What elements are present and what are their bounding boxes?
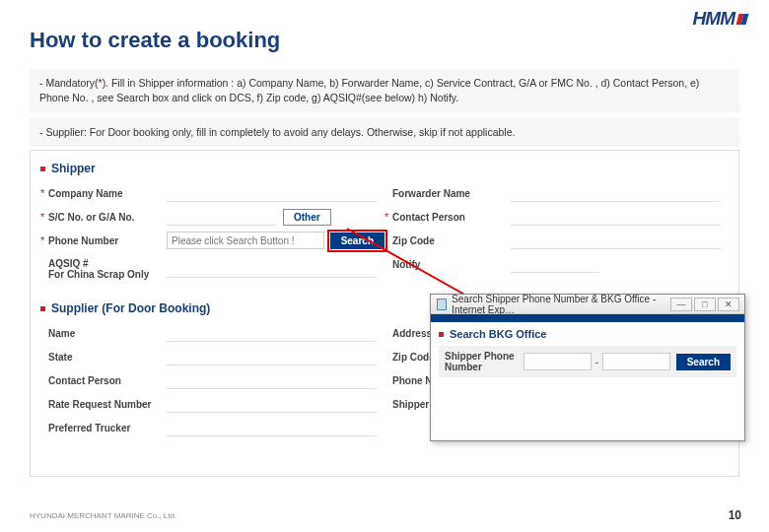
contactp-label: Contact Person [48,375,167,386]
required-icon: * [40,234,48,246]
phone-input[interactable] [167,232,324,249]
logo-text: HMM [693,8,734,30]
search-button[interactable]: Search [330,233,384,249]
minimize-icon[interactable]: — [670,298,692,311]
contactp-input[interactable] [167,371,377,389]
aqsiq-input[interactable] [167,260,377,278]
popup-phone-input-2[interactable] [602,353,670,370]
phone-label: Phone Number [48,235,167,246]
rate-input[interactable] [167,395,377,413]
state-input[interactable] [167,348,377,366]
sc-input[interactable] [167,208,275,226]
note-supplier: - Supplier: For Door booking only, fill … [30,118,739,147]
popup-title: Search Shipper Phone Number & BKG Office… [452,294,670,315]
other-button[interactable]: Other [283,209,331,226]
footer-company: HYUNDAI MERCHANT MARINE Co., Ltd. [30,511,176,520]
sc-label: S/C No. or G/A No. [48,212,167,223]
popup-section-head: Search BKG Office [439,328,736,340]
zip-label: Zip Code [392,235,511,246]
ie-icon [437,299,447,310]
popup-band [431,314,744,322]
popup-phone-label: Shipper Phone Number [445,351,524,372]
popup-titlebar: Search Shipper Phone Number & BKG Office… [431,295,744,314]
close-icon[interactable]: ✕ [718,298,739,311]
rate-label: Rate Request Number [48,399,167,410]
popup-phone-input-1[interactable] [524,353,592,370]
company-input[interactable] [167,184,377,202]
notify-label: Notify [392,259,511,270]
contact-input[interactable] [511,208,721,226]
company-label: Company Name [48,188,167,199]
notify-input[interactable] [511,255,599,273]
state-label: State [48,352,167,363]
section-bullet-icon [439,332,444,337]
aqsiq-label: AQSIQ # For China Scrap Only [48,258,167,280]
truck-input[interactable] [167,419,377,436]
shipper-section-head: Shipper [40,162,729,175]
brand-logo: HMM [693,8,747,30]
search-popup: Search Shipper Phone Number & BKG Office… [430,294,745,441]
fwd-input[interactable] [511,184,721,202]
zip-input[interactable] [511,232,721,249]
maximize-icon[interactable]: □ [694,298,716,311]
section-bullet-icon [40,166,45,171]
name-input[interactable] [167,324,377,342]
contact-label: Contact Person [392,212,511,223]
section-bullet-icon [40,306,45,311]
name-label: Name [48,328,167,339]
popup-search-button[interactable]: Search [676,354,731,370]
logo-flag-icon [737,8,747,30]
required-icon: * [384,211,392,223]
page-title: How to create a booking [30,28,280,53]
required-icon: * [40,187,48,199]
note-mandatory: - Mandatory(*). Fill in Shipper informat… [30,69,739,112]
required-icon: * [40,211,48,223]
page-number: 10 [729,508,741,522]
fwd-label: Forwarder Name [392,188,511,199]
truck-label: Preferred Trucker [48,423,167,433]
